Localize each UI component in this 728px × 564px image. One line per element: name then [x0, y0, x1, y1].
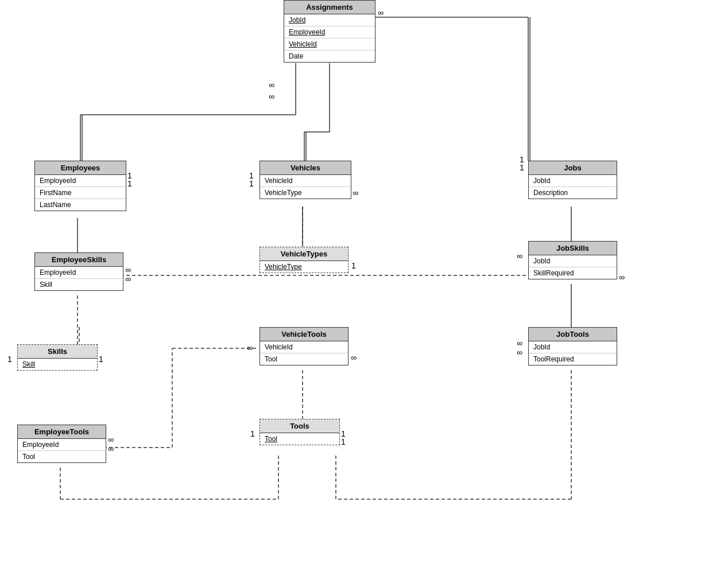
cardinality-vehicletools-infright: ∞ [351, 353, 357, 362]
cardinality-tools-1a: 1 [250, 429, 255, 438]
cardinality-skills-1left: 1 [7, 355, 12, 364]
entity-vehicletypes-header: VehicleTypes [260, 247, 348, 261]
field-jobs-description: Description [529, 187, 617, 199]
field-vehicles-vehicletype: VehicleType [260, 187, 351, 199]
field-vehicletools-vehicleid: VehicleId [260, 341, 348, 353]
cardinality-jobskills-infright: ∞ [619, 273, 625, 282]
field-employeeskills-employeeid: EmployeeId [35, 267, 123, 279]
cardinality-jobskills-infleft: ∞ [517, 251, 522, 260]
field-jobs-jobid: JobId [529, 175, 617, 187]
entity-skills: Skills Skill [17, 344, 98, 371]
entity-vehicles: Vehicles VehicleId VehicleType [260, 161, 351, 199]
field-employees-employeeid: EmployeeId [35, 175, 126, 187]
entity-employees: Employees EmployeeId FirstName LastName [34, 161, 126, 211]
field-skills-skill: Skill [18, 359, 97, 370]
cardinality-skills-1right: 1 [99, 355, 103, 364]
field-employeeskills-skill: Skill [35, 279, 123, 290]
cardinality-vehicles-1b: 1 [249, 179, 254, 188]
cardinality-assignments-employees-inf: ∞ [269, 80, 274, 90]
cardinality-employees-1b: 1 [127, 179, 132, 188]
cardinality-employeeskills-infB: ∞ [125, 274, 131, 283]
field-jobskills-jobid: JobId [529, 255, 617, 267]
entity-vehicles-header: Vehicles [260, 161, 351, 175]
field-assignments-date: Date [284, 50, 375, 62]
entity-tools: Tools Tool [260, 419, 340, 445]
entity-employeetools: EmployeeTools EmployeeId Tool [17, 425, 106, 463]
field-employees-firstname: FirstName [35, 187, 126, 199]
entity-vehicletools: VehicleTools VehicleId Tool [260, 327, 348, 365]
field-employeetools-employeeid: EmployeeId [18, 439, 106, 451]
cardinality-vehicletypes-1: 1 [351, 261, 356, 270]
entity-jobtools: JobTools JobId ToolRequired [528, 327, 617, 365]
cardinality-employeetools-infA: ∞ [108, 435, 114, 444]
entity-assignments-header: Assignments [284, 1, 375, 14]
entity-assignments: Assignments JobId EmployeeId VehicleId D… [284, 0, 375, 63]
field-vehicletools-tool: Tool [260, 353, 348, 365]
cardinality-jobtools-infright: ∞ [517, 348, 522, 357]
field-assignments-vehicleid: VehicleId [284, 38, 375, 50]
cardinality-vehicletools-infleft: ∞ [247, 343, 253, 352]
entity-jobtools-header: JobTools [529, 328, 617, 341]
entity-jobs: Jobs JobId Description [528, 161, 617, 199]
diagram-container: Assignments JobId EmployeeId VehicleId D… [0, 0, 728, 564]
field-vehicletypes-vehicletype: VehicleType [260, 261, 348, 273]
cardinality-employeeskills-infA: ∞ [125, 265, 131, 274]
entity-jobskills-header: JobSkills [529, 242, 617, 255]
entity-tools-header: Tools [260, 419, 339, 433]
field-jobtools-toolrequired: ToolRequired [529, 353, 617, 365]
field-tools-tool: Tool [260, 433, 339, 445]
field-vehicles-vehicleid: VehicleId [260, 175, 351, 187]
cardinality-vehicles-vehicletypes-inf: ∞ [353, 188, 358, 197]
entity-jobskills: JobSkills JobId SkillRequired [528, 241, 617, 279]
field-assignments-employeeid: EmployeeId [284, 26, 375, 38]
cardinality-tools-1c: 1 [341, 437, 346, 446]
entity-skills-header: Skills [18, 345, 97, 359]
cardinality-assignments-jobs-right: ∞ [378, 8, 384, 17]
cardinality-jobtools-infleft: ∞ [517, 339, 522, 348]
entity-vehicletools-header: VehicleTools [260, 328, 348, 341]
cardinality-employeetools-infB: ∞ [108, 444, 114, 453]
field-employeetools-tool: Tool [18, 451, 106, 462]
field-jobtools-jobid: JobId [529, 341, 617, 353]
entity-employeeskills: EmployeeSkills EmployeeId Skill [34, 252, 123, 291]
field-employees-lastname: LastName [35, 199, 126, 211]
entity-employeeskills-header: EmployeeSkills [35, 253, 123, 267]
cardinality-jobs-1b: 1 [520, 163, 524, 172]
field-jobskills-skillrequired: SkillRequired [529, 267, 617, 279]
entity-vehicletypes: VehicleTypes VehicleType [260, 247, 348, 273]
field-assignments-jobid: JobId [284, 14, 375, 26]
entity-employeetools-header: EmployeeTools [18, 425, 106, 439]
entity-jobs-header: Jobs [529, 161, 617, 175]
cardinality-assignments-vehicles-inf: ∞ [269, 92, 274, 101]
entity-employees-header: Employees [35, 161, 126, 175]
